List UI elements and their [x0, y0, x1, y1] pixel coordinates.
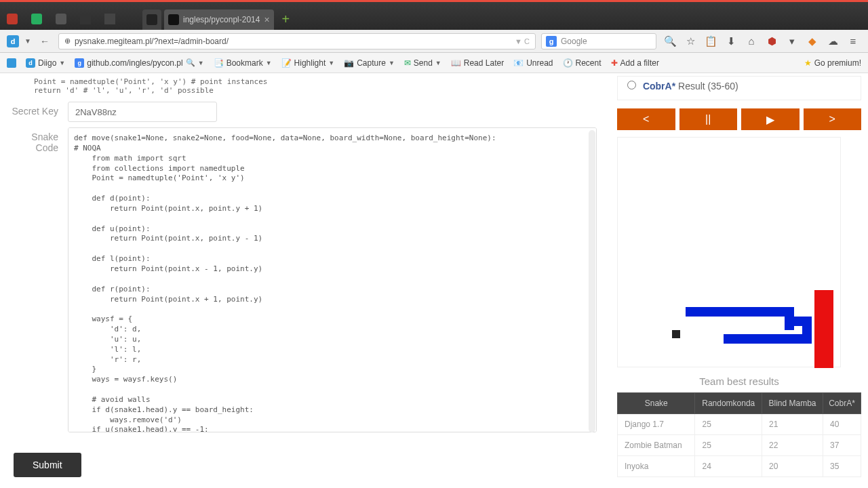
app-icon	[104, 14, 115, 24]
new-tab-button[interactable]: +	[282, 12, 290, 30]
radio-icon[interactable]	[627, 81, 636, 89]
bookmarks-bar: dDiigo▼ ggithub.com/ingles/pycon.pl🔍▼ 📑B…	[0, 53, 868, 73]
bm-unread[interactable]: 📧Unread	[513, 58, 553, 68]
bm-app[interactable]	[7, 58, 16, 68]
pause-button[interactable]: ||	[679, 108, 738, 130]
secret-key-label: Secret Key	[7, 102, 68, 117]
snake-code-label: Snake Code	[7, 127, 68, 153]
bm-readlater[interactable]: 📖Read Later	[451, 58, 504, 68]
tab-favicon	[168, 14, 179, 25]
ext-icon[interactable]: ☁	[825, 33, 841, 49]
clipboard-icon[interactable]: 📋	[703, 33, 719, 49]
submit-button[interactable]: Submit	[14, 453, 81, 477]
table-header: CobrA*	[823, 393, 861, 414]
table-header: Randomkonda	[695, 393, 762, 414]
table-row: Django 1.7252140	[618, 414, 861, 435]
bm-capture[interactable]: 📷Capture▼	[344, 58, 395, 68]
ext-icon[interactable]: ◆	[804, 33, 821, 49]
table-header: Blind Mamba	[762, 393, 823, 414]
app-icon	[31, 14, 42, 24]
bm-recent[interactable]: 🕐Recent	[563, 58, 601, 68]
close-icon[interactable]: ×	[264, 14, 269, 25]
result-option[interactable]: CobrA* Result (35-60)	[627, 79, 851, 93]
table-row: Zombie Batman252237	[618, 435, 861, 456]
search-input[interactable]: g Google	[541, 33, 656, 49]
bm-addfilter[interactable]: ✚Add a filter	[611, 58, 659, 68]
playback-controls: < || ▶ >	[617, 108, 861, 130]
back-button[interactable]: ←	[37, 33, 53, 49]
game-panel: CobrA* Result (35-60) < || ▶ > Team best…	[617, 76, 861, 481]
url-input[interactable]: ⊕ pysnake.megiteam.pl/?next=/admin-board…	[58, 33, 536, 49]
bm-send[interactable]: ✉Send▼	[404, 58, 441, 68]
app-icon	[80, 14, 91, 24]
search-icon[interactable]: 🔍	[662, 33, 678, 49]
url-bar: d ▼ ← ⊕ pysnake.megiteam.pl/?next=/admin…	[0, 30, 868, 53]
app-icon	[56, 14, 66, 24]
diigo-icon[interactable]: d	[7, 35, 19, 47]
code-preview: Point = namedtuple('Point', 'x y') # poi…	[7, 76, 597, 96]
table-header: Snake	[618, 393, 695, 414]
os-titlebar: inglesp/pyconpl-2014 × +	[0, 0, 868, 30]
result-selector: CobrA* Result (35-60)	[617, 76, 861, 100]
bm-github[interactable]: ggithub.com/ingles/pycon.pl🔍▼	[75, 58, 203, 68]
table-row: Inyoka242035	[618, 456, 861, 477]
snake-code-input[interactable]	[68, 127, 597, 432]
bm-premium[interactable]: ★Go premium!	[804, 58, 861, 68]
prev-button[interactable]: <	[617, 108, 675, 130]
google-icon: g	[546, 36, 557, 47]
app-icon	[7, 14, 18, 24]
bm-highlight[interactable]: 📝Highlight▼	[281, 58, 335, 68]
results-table: SnakeRandomkondaBlind MambaCobrA* Django…	[617, 392, 861, 477]
tab-favicon	[146, 14, 157, 25]
browser-tab-active[interactable]: inglesp/pyconpl-2014 ×	[164, 9, 274, 30]
secret-key-input[interactable]	[68, 102, 217, 122]
scrollbar[interactable]	[589, 130, 595, 432]
ext-icon[interactable]: ▾	[784, 33, 800, 49]
ext-icon[interactable]: ⬢	[764, 33, 780, 49]
bm-bookmark[interactable]: 📑Bookmark▼	[214, 58, 272, 68]
play-button[interactable]: ▶	[741, 108, 800, 130]
next-button[interactable]: >	[804, 108, 862, 130]
team-results-title: Team best results	[617, 375, 861, 387]
star-icon[interactable]: ☆	[682, 33, 698, 49]
game-board	[617, 137, 841, 367]
browser-tab-inactive[interactable]	[142, 9, 161, 30]
url-text: pysnake.megiteam.pl/?next=/admin-board/	[75, 37, 229, 46]
download-icon[interactable]: ⬇	[723, 33, 739, 49]
home-icon[interactable]: ⌂	[743, 33, 760, 49]
bm-diigo[interactable]: dDiigo▼	[26, 58, 65, 68]
form-panel: Point = namedtuple('Point', 'x y') # poi…	[7, 76, 597, 481]
menu-icon[interactable]: ≡	[845, 33, 861, 49]
tab-title: inglesp/pyconpl-2014	[183, 15, 260, 24]
